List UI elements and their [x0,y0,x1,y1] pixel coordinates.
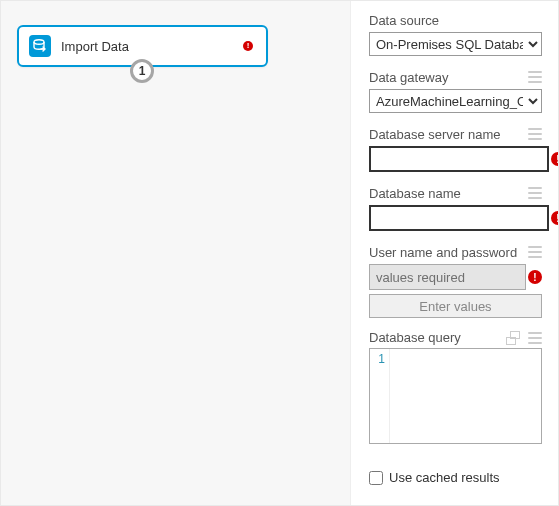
line-number: 1 [370,349,390,443]
db-query-label: Database query [369,330,461,345]
experiment-canvas[interactable]: Import Data ! 1 [1,1,351,505]
menu-icon[interactable] [528,128,542,140]
db-query-editor[interactable]: 1 [369,348,542,444]
credentials-label: User name and password [369,245,517,260]
database-import-icon [29,35,51,57]
field-credentials: User name and password values required !… [369,243,542,318]
data-source-label: Data source [369,13,439,28]
error-icon: ! [551,152,558,166]
field-data-gateway: Data gateway AzureMachineLearning_On [369,68,542,113]
field-db-query: Database query 1 [369,330,542,444]
error-icon: ! [551,211,558,225]
field-data-source: Data source On-Premises SQL Database [369,11,542,56]
db-server-input[interactable] [369,146,549,172]
menu-icon[interactable] [528,332,542,344]
error-icon: ! [528,270,542,284]
properties-panel: Data source On-Premises SQL Database Dat… [351,1,558,505]
popout-icon[interactable] [506,331,520,345]
use-cached-row[interactable]: Use cached results [369,470,542,485]
field-db-server: Database server name ! [369,125,542,172]
field-db-name: Database name ! [369,184,542,231]
menu-icon[interactable] [528,71,542,83]
use-cached-checkbox[interactable] [369,471,383,485]
use-cached-label: Use cached results [389,470,500,485]
node-error-indicator: ! [240,38,256,54]
db-query-textarea[interactable] [390,349,541,443]
data-source-select[interactable]: On-Premises SQL Database [369,32,542,56]
enter-values-button[interactable]: Enter values [369,294,542,318]
node-title: Import Data [61,39,240,54]
output-port-1[interactable]: 1 [130,59,154,83]
db-name-label: Database name [369,186,461,201]
svg-point-0 [34,40,44,44]
data-gateway-label: Data gateway [369,70,449,85]
db-server-label: Database server name [369,127,501,142]
menu-icon[interactable] [528,246,542,258]
app-root: Import Data ! 1 Data source On-Premises … [0,0,559,506]
db-name-input[interactable] [369,205,549,231]
data-gateway-select[interactable]: AzureMachineLearning_On [369,89,542,113]
menu-icon[interactable] [528,187,542,199]
credentials-status: values required [369,264,526,290]
